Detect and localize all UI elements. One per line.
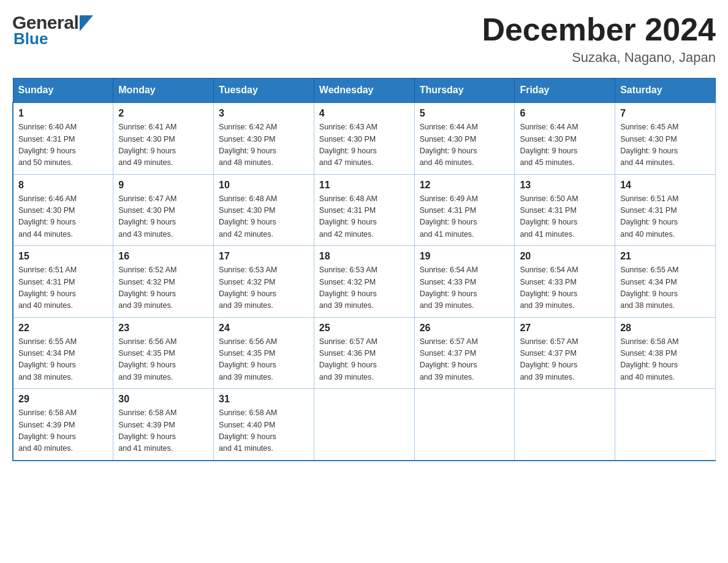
day-number: 22 (18, 323, 108, 334)
day-number: 29 (18, 394, 108, 405)
day-info: Sunrise: 6:53 AMSunset: 4:32 PMDaylight:… (319, 264, 409, 312)
day-header-tuesday: Tuesday (214, 79, 314, 103)
days-header-row: SundayMondayTuesdayWednesdayThursdayFrid… (13, 79, 716, 103)
day-info: Sunrise: 6:58 AMSunset: 4:38 PMDaylight:… (620, 336, 710, 384)
day-cell-9: 9 Sunrise: 6:47 AMSunset: 4:30 PMDayligh… (113, 174, 214, 246)
day-number: 11 (319, 180, 409, 191)
month-title: December 2024 (482, 12, 716, 47)
day-cell-16: 16 Sunrise: 6:52 AMSunset: 4:32 PMDaylig… (113, 246, 214, 318)
empty-cell (414, 389, 515, 461)
day-number: 28 (620, 323, 710, 334)
day-cell-15: 15 Sunrise: 6:51 AMSunset: 4:31 PMDaylig… (13, 246, 113, 318)
day-cell-25: 25 Sunrise: 6:57 AMSunset: 4:36 PMDaylig… (314, 317, 414, 389)
day-number: 30 (118, 394, 208, 405)
day-header-wednesday: Wednesday (314, 79, 414, 103)
day-cell-4: 4 Sunrise: 6:43 AMSunset: 4:30 PMDayligh… (314, 102, 414, 174)
day-info: Sunrise: 6:42 AMSunset: 4:30 PMDaylight:… (219, 121, 309, 169)
empty-cell (615, 389, 716, 461)
day-cell-14: 14 Sunrise: 6:51 AMSunset: 4:31 PMDaylig… (615, 174, 716, 246)
day-cell-20: 20 Sunrise: 6:54 AMSunset: 4:33 PMDaylig… (515, 246, 615, 318)
day-cell-30: 30 Sunrise: 6:58 AMSunset: 4:39 PMDaylig… (113, 389, 214, 461)
day-header-thursday: Thursday (414, 79, 515, 103)
day-info: Sunrise: 6:58 AMSunset: 4:40 PMDaylight:… (219, 407, 309, 455)
day-info: Sunrise: 6:56 AMSunset: 4:35 PMDaylight:… (118, 336, 208, 384)
day-number: 27 (520, 323, 610, 334)
day-cell-7: 7 Sunrise: 6:45 AMSunset: 4:30 PMDayligh… (615, 102, 716, 174)
day-number: 23 (118, 323, 208, 334)
day-number: 13 (520, 180, 610, 191)
day-info: Sunrise: 6:56 AMSunset: 4:35 PMDaylight:… (219, 336, 309, 384)
day-number: 1 (18, 108, 108, 119)
day-cell-23: 23 Sunrise: 6:56 AMSunset: 4:35 PMDaylig… (113, 317, 214, 389)
day-cell-21: 21 Sunrise: 6:55 AMSunset: 4:34 PMDaylig… (615, 246, 716, 318)
week-row-5: 29 Sunrise: 6:58 AMSunset: 4:39 PMDaylig… (13, 389, 716, 461)
day-cell-2: 2 Sunrise: 6:41 AMSunset: 4:30 PMDayligh… (113, 102, 214, 174)
day-info: Sunrise: 6:46 AMSunset: 4:30 PMDaylight:… (18, 193, 108, 241)
logo-blue-text: Blue (12, 29, 93, 48)
day-number: 18 (319, 251, 409, 262)
day-number: 19 (420, 251, 510, 262)
day-number: 25 (319, 323, 409, 334)
day-info: Sunrise: 6:57 AMSunset: 4:37 PMDaylight:… (420, 336, 510, 384)
day-info: Sunrise: 6:55 AMSunset: 4:34 PMDaylight:… (620, 264, 710, 312)
day-number: 24 (219, 323, 309, 334)
day-header-saturday: Saturday (615, 79, 716, 103)
day-cell-18: 18 Sunrise: 6:53 AMSunset: 4:32 PMDaylig… (314, 246, 414, 318)
day-info: Sunrise: 6:50 AMSunset: 4:31 PMDaylight:… (520, 193, 610, 241)
day-number: 12 (420, 180, 510, 191)
day-info: Sunrise: 6:54 AMSunset: 4:33 PMDaylight:… (520, 264, 610, 312)
day-header-sunday: Sunday (13, 79, 113, 103)
day-number: 9 (118, 180, 208, 191)
day-info: Sunrise: 6:54 AMSunset: 4:33 PMDaylight:… (420, 264, 510, 312)
day-number: 2 (118, 108, 208, 119)
day-info: Sunrise: 6:58 AMSunset: 4:39 PMDaylight:… (18, 407, 108, 455)
day-header-friday: Friday (515, 79, 615, 103)
day-cell-1: 1 Sunrise: 6:40 AMSunset: 4:31 PMDayligh… (13, 102, 113, 174)
day-number: 14 (620, 180, 710, 191)
day-cell-12: 12 Sunrise: 6:49 AMSunset: 4:31 PMDaylig… (414, 174, 515, 246)
day-cell-26: 26 Sunrise: 6:57 AMSunset: 4:37 PMDaylig… (414, 317, 515, 389)
week-row-4: 22 Sunrise: 6:55 AMSunset: 4:34 PMDaylig… (13, 317, 716, 389)
page-header: General Blue December 2024 Suzaka, Nagan… (12, 12, 716, 66)
week-row-1: 1 Sunrise: 6:40 AMSunset: 4:31 PMDayligh… (13, 102, 716, 174)
day-info: Sunrise: 6:51 AMSunset: 4:31 PMDaylight:… (620, 193, 710, 241)
logo: General Blue (12, 12, 93, 48)
day-number: 8 (18, 180, 108, 191)
day-number: 10 (219, 180, 309, 191)
day-cell-17: 17 Sunrise: 6:53 AMSunset: 4:32 PMDaylig… (214, 246, 314, 318)
day-info: Sunrise: 6:43 AMSunset: 4:30 PMDaylight:… (319, 121, 409, 169)
day-info: Sunrise: 6:44 AMSunset: 4:30 PMDaylight:… (520, 121, 610, 169)
day-number: 31 (219, 394, 309, 405)
day-cell-24: 24 Sunrise: 6:56 AMSunset: 4:35 PMDaylig… (214, 317, 314, 389)
day-info: Sunrise: 6:41 AMSunset: 4:30 PMDaylight:… (118, 121, 208, 169)
day-cell-10: 10 Sunrise: 6:48 AMSunset: 4:30 PMDaylig… (214, 174, 314, 246)
day-info: Sunrise: 6:45 AMSunset: 4:30 PMDaylight:… (620, 121, 710, 169)
day-info: Sunrise: 6:47 AMSunset: 4:30 PMDaylight:… (118, 193, 208, 241)
day-info: Sunrise: 6:49 AMSunset: 4:31 PMDaylight:… (420, 193, 510, 241)
day-cell-6: 6 Sunrise: 6:44 AMSunset: 4:30 PMDayligh… (515, 102, 615, 174)
day-info: Sunrise: 6:57 AMSunset: 4:37 PMDaylight:… (520, 336, 610, 384)
day-number: 21 (620, 251, 710, 262)
day-info: Sunrise: 6:48 AMSunset: 4:30 PMDaylight:… (219, 193, 309, 241)
day-cell-22: 22 Sunrise: 6:55 AMSunset: 4:34 PMDaylig… (13, 317, 113, 389)
day-number: 4 (319, 108, 409, 119)
day-info: Sunrise: 6:53 AMSunset: 4:32 PMDaylight:… (219, 264, 309, 312)
week-row-3: 15 Sunrise: 6:51 AMSunset: 4:31 PMDaylig… (13, 246, 716, 318)
day-cell-11: 11 Sunrise: 6:48 AMSunset: 4:31 PMDaylig… (314, 174, 414, 246)
day-cell-28: 28 Sunrise: 6:58 AMSunset: 4:38 PMDaylig… (615, 317, 716, 389)
day-number: 26 (420, 323, 510, 334)
day-info: Sunrise: 6:58 AMSunset: 4:39 PMDaylight:… (118, 407, 208, 455)
location: Suzaka, Nagano, Japan (482, 50, 716, 66)
day-cell-8: 8 Sunrise: 6:46 AMSunset: 4:30 PMDayligh… (13, 174, 113, 246)
day-number: 3 (219, 108, 309, 119)
day-cell-3: 3 Sunrise: 6:42 AMSunset: 4:30 PMDayligh… (214, 102, 314, 174)
day-number: 17 (219, 251, 309, 262)
day-number: 6 (520, 108, 610, 119)
day-info: Sunrise: 6:55 AMSunset: 4:34 PMDaylight:… (18, 336, 108, 384)
week-row-2: 8 Sunrise: 6:46 AMSunset: 4:30 PMDayligh… (13, 174, 716, 246)
day-number: 16 (118, 251, 208, 262)
day-cell-27: 27 Sunrise: 6:57 AMSunset: 4:37 PMDaylig… (515, 317, 615, 389)
day-number: 7 (620, 108, 710, 119)
day-cell-19: 19 Sunrise: 6:54 AMSunset: 4:33 PMDaylig… (414, 246, 515, 318)
day-number: 20 (520, 251, 610, 262)
